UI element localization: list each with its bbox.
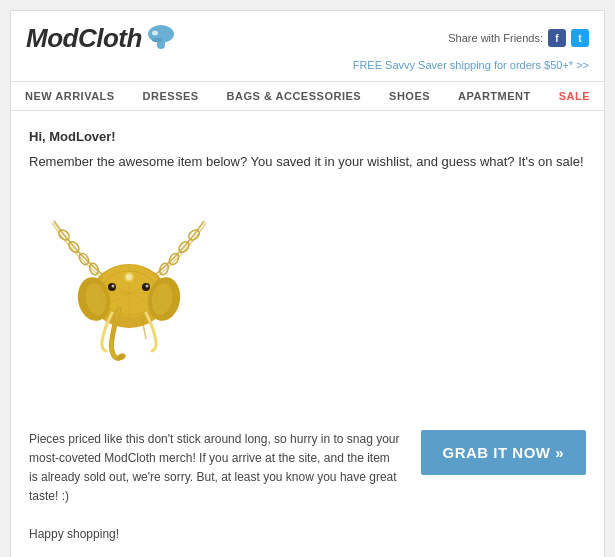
nav-dresses[interactable]: DRESSES [143, 90, 199, 102]
nav-bags[interactable]: BAGS & ACCESSORIES [227, 90, 362, 102]
svg-point-25 [112, 284, 115, 287]
free-shipping-bar: FREE Savvy Saver shipping for orders $50… [26, 59, 589, 75]
happy-shopping-text: Happy shopping! [29, 524, 586, 544]
content-area: Hi, ModLover! Remember the awesome item … [11, 111, 604, 416]
svg-point-28 [126, 274, 132, 280]
body-text: Pieces priced like this don't stick arou… [29, 430, 401, 507]
grab-btn-wrap: GRAB IT NOW » [416, 430, 586, 475]
logo-mushroom-icon [146, 21, 176, 55]
nav-bar: NEW ARRIVALS DRESSES BAGS & ACCESSORIES … [11, 81, 604, 111]
nav-apartment[interactable]: APARTMENT [458, 90, 531, 102]
intro-text: Remember the awesome item below? You sav… [29, 152, 586, 172]
facebook-icon[interactable]: f [548, 29, 566, 47]
svg-point-1 [152, 31, 158, 36]
nav-new-arrivals[interactable]: NEW ARRIVALS [25, 90, 115, 102]
promo-paragraph: Pieces priced like this don't stick arou… [29, 430, 401, 507]
footer-text: Happy shopping! Your Friends at ModCloth [11, 524, 604, 557]
product-area [29, 186, 586, 416]
nav-shoes[interactable]: SHOES [389, 90, 430, 102]
share-label: Share with Friends: [448, 32, 543, 44]
svg-point-26 [146, 284, 149, 287]
bottom-section: Pieces priced like this don't stick arou… [11, 430, 604, 525]
svg-point-8 [158, 261, 170, 275]
twitter-icon[interactable]: t [571, 29, 589, 47]
svg-point-3 [152, 38, 162, 42]
product-image [34, 191, 224, 411]
svg-point-4 [88, 261, 100, 275]
greeting-text: Hi, ModLover! [29, 129, 586, 144]
header: ModCloth Share with Friends: f t FREE [11, 11, 604, 81]
product-image-box [29, 186, 229, 416]
nav-sale[interactable]: SALE [559, 90, 590, 102]
header-top: ModCloth Share with Friends: f t [26, 21, 589, 55]
grab-it-now-button[interactable]: GRAB IT NOW » [421, 430, 587, 475]
logo-area: ModCloth [26, 21, 176, 55]
share-area: Share with Friends: f t [448, 29, 589, 47]
email-container: ModCloth Share with Friends: f t FREE [10, 10, 605, 557]
logo-text: ModCloth [26, 23, 142, 54]
free-shipping-link[interactable]: FREE Savvy Saver shipping for orders $50… [353, 59, 589, 71]
